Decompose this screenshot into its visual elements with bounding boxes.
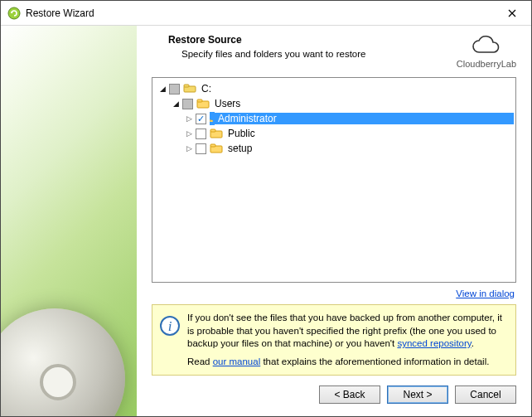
tree-node-administrator[interactable]: ▷ ✓ Administrator xyxy=(184,111,514,126)
window-title: Restore Wizard xyxy=(26,7,493,19)
folder-icon xyxy=(210,143,223,154)
tree-node-public[interactable]: ▷ Public xyxy=(184,126,514,141)
brand-logo: CloudberryLab xyxy=(457,34,516,69)
tree-node-c-drive[interactable]: ◢ C: xyxy=(157,81,514,96)
view-in-dialog-link[interactable]: View in dialog xyxy=(456,289,515,298)
tree-label-setup: setup xyxy=(226,143,254,154)
expand-icon[interactable]: ▷ xyxy=(184,114,194,124)
restore-wizard-window: Restore Wizard Restore Source Specify fi… xyxy=(0,0,532,417)
tree-label-c: C: xyxy=(200,83,213,95)
checkbox-public[interactable] xyxy=(196,128,206,139)
our-manual-link[interactable]: our manual xyxy=(213,356,261,366)
back-button[interactable]: < Back xyxy=(319,385,380,404)
tree-label-public: Public xyxy=(226,128,257,139)
svg-rect-10 xyxy=(210,144,215,147)
folder-icon xyxy=(196,98,210,109)
checkbox-users[interactable] xyxy=(182,99,193,109)
next-button[interactable]: Next > xyxy=(387,385,448,404)
tree-label-users: Users xyxy=(213,98,242,109)
checkbox-c[interactable] xyxy=(169,84,180,95)
content-pane: Restore Source Specify files and folders… xyxy=(137,26,531,416)
info-panel: i If you don't see the files that you ha… xyxy=(152,304,516,376)
svg-rect-6 xyxy=(210,119,211,120)
tree-node-setup[interactable]: ▷ setup xyxy=(184,141,514,156)
expand-icon[interactable]: ▷ xyxy=(184,143,194,153)
titlebar: Restore Wizard xyxy=(1,1,531,26)
brand-label: CloudberryLab xyxy=(457,59,516,69)
info-text: If you don't see the files that you have… xyxy=(187,312,507,368)
svg-text:i: i xyxy=(168,318,172,334)
close-button[interactable] xyxy=(493,1,531,26)
folder-icon xyxy=(210,113,213,124)
drive-icon xyxy=(183,83,196,95)
synced-repository-link[interactable]: synced repository xyxy=(397,338,471,348)
checkbox-administrator[interactable]: ✓ xyxy=(196,114,206,124)
svg-rect-4 xyxy=(197,99,202,102)
info-icon: i xyxy=(159,315,181,368)
app-icon xyxy=(7,7,21,20)
left-decorative-pane xyxy=(1,26,137,416)
wizard-buttons: < Back Next > Cancel xyxy=(152,385,516,404)
wizard-body: Restore Source Specify files and folders… xyxy=(1,26,531,416)
disc-graphic xyxy=(1,308,125,416)
checkbox-setup[interactable] xyxy=(196,143,206,154)
folder-icon xyxy=(210,128,223,139)
page-header: Restore Source Specify files and folders… xyxy=(152,34,516,69)
page-title: Restore Source xyxy=(168,34,365,46)
svg-point-0 xyxy=(8,7,20,19)
tree-label-administrator: Administrator xyxy=(215,113,514,124)
expand-icon[interactable]: ▷ xyxy=(184,128,194,138)
svg-rect-2 xyxy=(184,85,189,87)
page-subtitle: Specify files and folders you want to re… xyxy=(181,49,365,59)
collapse-icon[interactable]: ◢ xyxy=(157,84,167,94)
svg-rect-8 xyxy=(210,129,215,132)
cloud-icon xyxy=(469,34,504,57)
tree-node-users[interactable]: ◢ Users xyxy=(171,96,514,111)
collapse-icon[interactable]: ◢ xyxy=(171,99,181,109)
cancel-button[interactable]: Cancel xyxy=(455,385,516,404)
folder-tree[interactable]: ◢ C: ◢ xyxy=(152,77,516,283)
